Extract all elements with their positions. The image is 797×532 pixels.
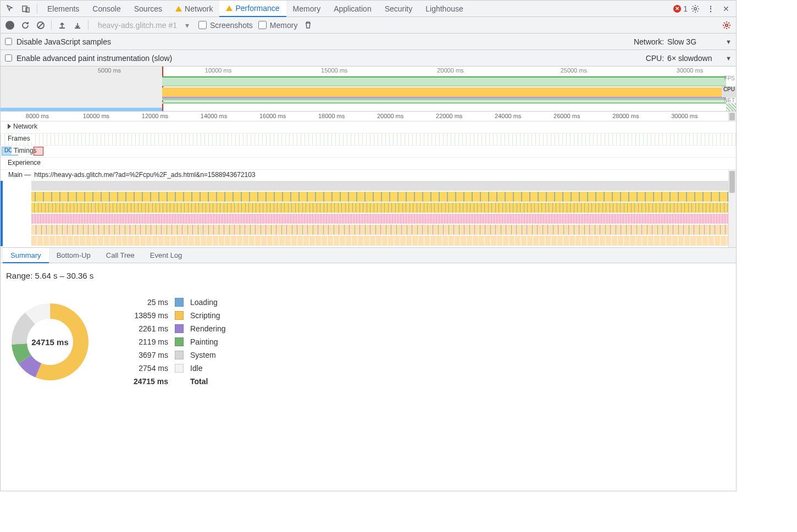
main-track-url: https://heavy-ads.glitch.me/?ad=%2Fcpu%2… xyxy=(34,171,255,179)
flame-row[interactable] xyxy=(31,181,728,191)
advanced-paint-checkbox-input[interactable] xyxy=(5,54,12,62)
memory-label: Memory xyxy=(270,21,298,30)
summary-legend: 25 msLoading13859 msScripting2261 msRend… xyxy=(121,298,226,386)
tab-bottom-up[interactable]: Bottom-Up xyxy=(49,248,98,263)
separator xyxy=(37,4,37,14)
ruler-tick: 18000 ms xyxy=(318,113,345,119)
experience-track[interactable]: Experience xyxy=(1,158,736,170)
tab-lighthouse[interactable]: Lighthouse xyxy=(419,1,470,17)
tab-performance[interactable]: Performance xyxy=(219,1,286,17)
inspect-icon[interactable] xyxy=(3,1,18,16)
cpu-label: CPU xyxy=(722,86,736,97)
legend-total-label: Total xyxy=(190,377,226,386)
record-button[interactable] xyxy=(5,20,15,30)
legend-swatch xyxy=(175,324,184,333)
tab-label: Console xyxy=(92,4,120,13)
tab-label: Network xyxy=(185,4,213,13)
load-profile-icon[interactable] xyxy=(57,20,67,30)
settings-gear-icon[interactable] xyxy=(688,1,703,16)
ruler-tick: 10000 ms xyxy=(205,67,231,74)
timings-track[interactable]: DCL Timings xyxy=(1,146,736,158)
disable-js-checkbox-input[interactable] xyxy=(5,38,12,45)
memory-checkbox-input[interactable] xyxy=(258,21,267,29)
tab-application[interactable]: Application xyxy=(327,1,378,17)
vertical-scrollbar[interactable] xyxy=(728,170,736,247)
legend-label: Scripting xyxy=(190,311,226,320)
error-count-badge[interactable]: ✕ 1 xyxy=(673,4,688,13)
capture-settings-gear-icon[interactable] xyxy=(722,20,732,30)
summary-panel: Range: 5.64 s – 30.36 s 24715 ms 25 msLo… xyxy=(1,263,736,394)
ruler-tick: 30000 ms xyxy=(677,67,703,74)
timeline-overview[interactable]: 5000 ms10000 ms15000 ms20000 ms25000 ms3… xyxy=(1,66,736,112)
disable-js-samples-checkbox[interactable]: Disable JavaScript samples xyxy=(5,37,111,46)
frames-track[interactable]: Frames xyxy=(1,134,736,146)
ruler-tick: 22000 ms xyxy=(436,113,462,119)
ruler-tick: 8000 ms xyxy=(26,113,49,119)
legend-swatch xyxy=(175,364,184,373)
flame-row[interactable] xyxy=(31,214,728,224)
cpu-chart xyxy=(162,87,726,101)
expand-icon[interactable] xyxy=(8,124,11,129)
screenshots-checkbox-input[interactable] xyxy=(198,21,207,29)
legend-label: Painting xyxy=(190,337,226,346)
advanced-paint-label: Enable advanced paint instrumentation (s… xyxy=(16,54,172,63)
timing-marker[interactable] xyxy=(34,147,43,156)
legend-swatch xyxy=(175,337,184,346)
ruler-tick: 28000 ms xyxy=(612,113,639,119)
more-menu-icon[interactable]: ⋮ xyxy=(703,1,718,16)
network-track[interactable]: Network xyxy=(1,121,736,134)
fps-label: FPS xyxy=(722,75,736,86)
network-throttle-select[interactable]: Network: Slow 3G ▼ xyxy=(634,37,732,46)
tab-sources[interactable]: Sources xyxy=(128,1,169,17)
ruler-tick: 24000 ms xyxy=(495,113,521,119)
garbage-collect-icon[interactable] xyxy=(303,20,313,30)
overview-memory-bar xyxy=(1,108,162,111)
disable-js-label: Disable JavaScript samples xyxy=(16,37,111,46)
chevron-down-icon: ▼ xyxy=(726,55,732,62)
screenshots-checkbox[interactable]: Screenshots xyxy=(198,21,253,30)
svg-rect-0 xyxy=(23,6,27,12)
reload-record-button[interactable] xyxy=(20,20,30,30)
tab-event-log[interactable]: Event Log xyxy=(142,248,190,263)
tab-console[interactable]: Console xyxy=(86,1,127,17)
device-toolbar-icon[interactable] xyxy=(18,1,34,16)
flamechart-ruler[interactable]: 8000 ms10000 ms12000 ms14000 ms16000 ms1… xyxy=(1,112,736,121)
save-profile-icon[interactable] xyxy=(73,20,82,30)
flame-row[interactable] xyxy=(31,192,728,202)
legend-ms: 2119 ms xyxy=(121,337,168,346)
recording-select[interactable]: heavy-ads.glitch.me #1 xyxy=(94,19,193,31)
advanced-paint-checkbox[interactable]: Enable advanced paint instrumentation (s… xyxy=(5,54,172,63)
cpu-label: CPU: xyxy=(646,54,664,63)
flame-row[interactable] xyxy=(31,225,728,235)
close-devtools-icon[interactable]: ✕ xyxy=(718,1,734,16)
ruler-tick: 26000 ms xyxy=(554,113,580,119)
tab-memory[interactable]: Memory xyxy=(286,1,328,17)
net-hatch-icon xyxy=(726,103,736,111)
tab-summary[interactable]: Summary xyxy=(3,248,49,263)
experience-track-label: Experience xyxy=(8,159,41,167)
legend-ms: 25 ms xyxy=(121,298,168,307)
overview-selection[interactable] xyxy=(1,66,162,111)
cpu-throttle-select[interactable]: CPU: 6× slowdown ▼ xyxy=(646,54,732,63)
flame-row[interactable] xyxy=(31,203,728,213)
tab-security[interactable]: Security xyxy=(378,1,419,17)
warning-icon xyxy=(226,5,233,11)
legend-label: System xyxy=(190,351,226,359)
flame-chart[interactable] xyxy=(31,181,728,246)
legend-label: Idle xyxy=(190,364,226,373)
flame-row[interactable] xyxy=(31,236,728,246)
tab-call-tree[interactable]: Call Tree xyxy=(98,248,142,263)
horizontal-scrollbar[interactable] xyxy=(728,112,736,121)
scrollbar-thumb[interactable] xyxy=(729,171,735,193)
scrollbar-thumb[interactable] xyxy=(729,113,735,120)
tab-elements[interactable]: Elements xyxy=(41,1,86,17)
tab-network[interactable]: Network xyxy=(169,1,219,17)
main-thread-track[interactable]: Main — https://heavy-ads.glitch.me/?ad=%… xyxy=(1,170,736,248)
ruler-tick: 30000 ms xyxy=(671,113,698,119)
chevron-down-icon: ▼ xyxy=(726,38,732,45)
ruler-tick: 25000 ms xyxy=(561,67,587,74)
clear-button[interactable] xyxy=(36,20,46,30)
range-text: Range: 5.64 s – 30.36 s xyxy=(6,271,730,280)
memory-checkbox[interactable]: Memory xyxy=(258,21,298,30)
performance-toolbar: heavy-ads.glitch.me #1 Screenshots Memor… xyxy=(1,17,736,34)
